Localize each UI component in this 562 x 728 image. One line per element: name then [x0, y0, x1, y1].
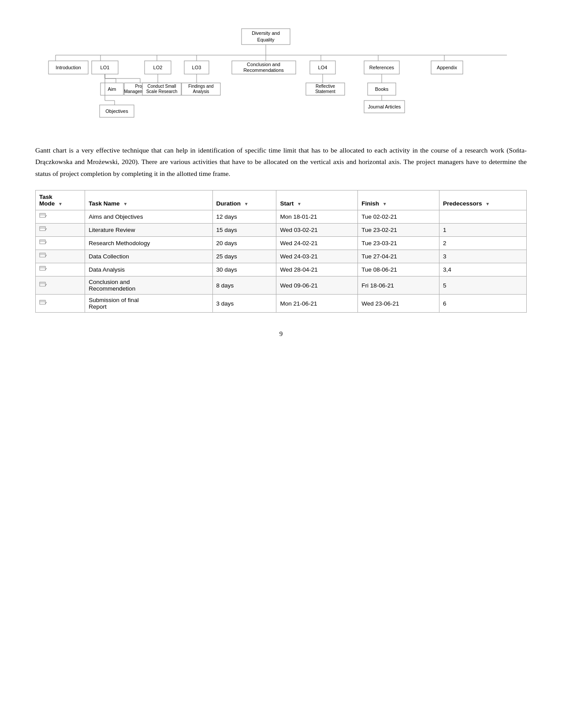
svg-rect-71	[40, 240, 45, 242]
svg-rect-77	[40, 266, 45, 268]
task-mode-icon	[39, 265, 47, 273]
th-task-name[interactable]: Task Name ▼	[85, 190, 212, 210]
svg-text:Conclusion and: Conclusion and	[247, 62, 280, 67]
svg-text:Appendix: Appendix	[437, 65, 457, 70]
task-mode-icon	[39, 239, 47, 246]
task-mode-icon	[39, 281, 47, 288]
duration-cell: 3 days	[212, 295, 276, 313]
finish-cell: Wed 23-06-21	[358, 295, 439, 313]
svg-text:Statement: Statement	[315, 89, 335, 94]
svg-text:Introduction: Introduction	[56, 65, 81, 70]
duration-cell: 30 days	[212, 263, 276, 276]
task-name-cell: Conclusion andRecommendetion	[85, 276, 212, 295]
svg-text:Conduct Small: Conduct Small	[147, 84, 176, 89]
task-mode-cell	[36, 224, 85, 237]
finish-cell: Tue 27-04-21	[358, 250, 439, 263]
task-name-cell: Data Analysis	[85, 263, 212, 276]
start-cell: Wed 24-03-21	[276, 250, 358, 263]
diagram-section: Diversity and Equality Introduction LO1 …	[35, 18, 527, 132]
task-mode-cell	[36, 250, 85, 263]
predecessors-cell: 3	[439, 250, 526, 263]
svg-text:Journal Articles: Journal Articles	[368, 104, 401, 109]
finish-cell: Tue 23-02-21	[358, 224, 439, 237]
th-duration[interactable]: Duration ▼	[212, 190, 276, 210]
start-cell: Mon 18-01-21	[276, 210, 358, 224]
svg-text:LO4: LO4	[318, 65, 327, 70]
start-cell: Wed 24-02-21	[276, 237, 358, 250]
finish-cell: Fri 18-06-21	[358, 276, 439, 295]
table-row: Research Methodology20 daysWed 24-02-21T…	[36, 237, 527, 250]
task-name-cell: Aims and Objectives	[85, 210, 212, 224]
finish-cell: Tue 08-06-21	[358, 263, 439, 276]
predecessors-cell	[439, 210, 526, 224]
table-row: Data Analysis30 daysWed 28-04-21Tue 08-0…	[36, 263, 527, 276]
start-cell: Mon 21-06-21	[276, 295, 358, 313]
duration-cell: 20 days	[212, 237, 276, 250]
gantt-table: TaskMode ▼ Task Name ▼ Duration ▼ Start …	[35, 190, 527, 313]
finish-cell: Tue 02-02-21	[358, 210, 439, 224]
predecessors-cell: 2	[439, 237, 526, 250]
body-paragraph: Gantt chart is a very effective techniqu…	[35, 145, 527, 179]
predecessors-cell: 5	[439, 276, 526, 295]
start-cell: Wed 28-04-21	[276, 263, 358, 276]
th-finish[interactable]: Finish ▼	[358, 190, 439, 210]
table-row: Aims and Objectives12 daysMon 18-01-21Tu…	[36, 210, 527, 224]
task-name-cell: Data Collection	[85, 250, 212, 263]
svg-rect-83	[40, 300, 45, 302]
duration-cell: 12 days	[212, 210, 276, 224]
svg-text:Equality: Equality	[257, 37, 275, 42]
finish-cell: Tue 23-03-21	[358, 237, 439, 250]
svg-text:Analysis: Analysis	[193, 89, 209, 94]
table-row: Submission of finalReport3 daysMon 21-06…	[36, 295, 527, 313]
task-name-cell: Literature Review	[85, 224, 212, 237]
svg-text:LO3: LO3	[192, 65, 201, 70]
task-mode-cell	[36, 237, 85, 250]
svg-rect-65	[40, 213, 45, 215]
start-cell: Wed 03-02-21	[276, 224, 358, 237]
svg-text:LO2: LO2	[153, 65, 162, 70]
task-mode-cell	[36, 210, 85, 224]
svg-rect-74	[40, 253, 45, 255]
svg-rect-80	[40, 282, 45, 284]
table-row: Data Collection25 daysWed 24-03-21Tue 27…	[36, 250, 527, 263]
task-name-cell: Submission of finalReport	[85, 295, 212, 313]
table-row: Conclusion andRecommendetion8 daysWed 09…	[36, 276, 527, 295]
predecessors-cell: 3,4	[439, 263, 526, 276]
svg-rect-68	[40, 227, 45, 228]
svg-text:Objectives: Objectives	[105, 108, 128, 114]
svg-text:References: References	[369, 65, 394, 70]
duration-cell: 15 days	[212, 224, 276, 237]
table-header-row: TaskMode ▼ Task Name ▼ Duration ▼ Start …	[36, 190, 527, 210]
table-row: Literature Review15 daysWed 03-02-21Tue …	[36, 224, 527, 237]
task-mode-cell	[36, 276, 85, 295]
task-mode-cell	[36, 295, 85, 313]
task-mode-icon	[39, 299, 47, 306]
svg-text:Scale Research: Scale Research	[146, 89, 177, 94]
predecessors-cell: 1	[439, 224, 526, 237]
th-task-mode[interactable]: TaskMode ▼	[36, 190, 85, 210]
svg-text:Diversity and: Diversity and	[252, 30, 280, 36]
task-mode-icon	[39, 252, 47, 259]
th-start[interactable]: Start ▼	[276, 190, 358, 210]
predecessors-cell: 6	[439, 295, 526, 313]
page-number: 9	[35, 330, 527, 338]
svg-text:Recommendations: Recommendations	[243, 67, 284, 73]
duration-cell: 8 days	[212, 276, 276, 295]
th-predecessors[interactable]: Predecessors ▼	[439, 190, 526, 210]
task-name-cell: Research Methodology	[85, 237, 212, 250]
svg-text:Findings and: Findings and	[188, 84, 213, 89]
svg-text:Reflective: Reflective	[316, 84, 335, 89]
svg-text:LO1: LO1	[100, 65, 109, 70]
gantt-table-wrapper: TaskMode ▼ Task Name ▼ Duration ▼ Start …	[35, 190, 527, 313]
svg-text:Books: Books	[375, 86, 388, 92]
svg-text:Aim: Aim	[108, 86, 116, 92]
task-mode-icon	[39, 213, 47, 220]
task-mode-icon	[39, 226, 47, 233]
duration-cell: 25 days	[212, 250, 276, 263]
structure-diagram: Diversity and Equality Introduction LO1 …	[48, 26, 515, 128]
task-mode-cell	[36, 263, 85, 276]
start-cell: Wed 09-06-21	[276, 276, 358, 295]
